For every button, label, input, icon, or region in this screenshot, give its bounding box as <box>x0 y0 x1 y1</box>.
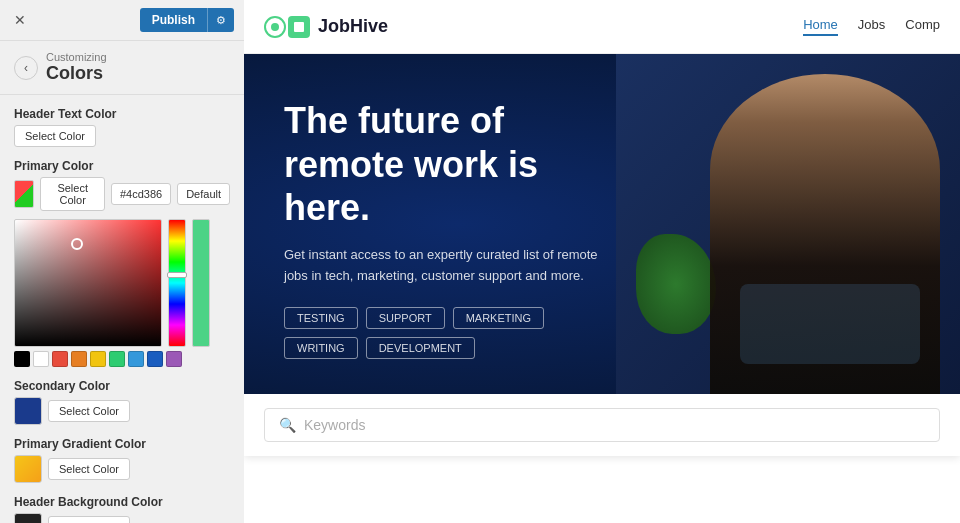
primary-color-select[interactable]: Select Color <box>40 177 104 211</box>
top-bar: ✕ Publish ⚙ <box>0 0 244 41</box>
header-bg-label: Header Background Color <box>14 495 230 509</box>
header-text-color-section: Header Text Color Select Color <box>14 107 230 147</box>
gradient-color-swatch <box>14 455 42 483</box>
nav-link-home[interactable]: Home <box>803 17 838 36</box>
laptop-glow <box>740 284 920 364</box>
selected-color-preview <box>192 219 210 347</box>
header-text-color-label: Header Text Color <box>14 107 230 121</box>
publish-gear-button[interactable]: ⚙ <box>207 8 234 32</box>
hue-bar[interactable] <box>168 219 186 347</box>
swatch-yellow[interactable] <box>90 351 106 367</box>
back-button[interactable]: ‹ <box>14 56 38 80</box>
primary-gradient-section: Primary Gradient Color Select Color <box>14 437 230 483</box>
customizer-panel: ✕ Publish ⚙ ‹ Customizing Colors Header … <box>0 0 244 523</box>
hero-content: The future of remote work is here. Get i… <box>244 54 638 394</box>
tag-writing[interactable]: WRITING <box>284 337 358 359</box>
color-gradient-box[interactable] <box>14 219 162 347</box>
header-bg-swatch <box>14 513 42 523</box>
publish-group: Publish ⚙ <box>140 8 234 32</box>
primary-gradient-label: Primary Gradient Color <box>14 437 230 451</box>
site-nav-links: Home Jobs Comp <box>803 17 940 36</box>
breadcrumb-sub: Customizing <box>46 51 107 63</box>
secondary-color-section: Secondary Color Select Color <box>14 379 230 425</box>
secondary-color-select[interactable]: Select Color <box>48 400 130 422</box>
primary-color-swatch <box>14 180 34 208</box>
hero-subtitle: Get instant access to an expertly curate… <box>284 245 598 287</box>
header-bg-section: Header Background Color Select Color <box>14 495 230 523</box>
color-picker-cursor[interactable] <box>71 238 83 250</box>
primary-color-row: Select Color #4cd386 Default <box>14 177 230 211</box>
swatch-darkblue[interactable] <box>147 351 163 367</box>
primary-default-button[interactable]: Default <box>177 183 230 205</box>
website-preview: JobHive Home Jobs Comp The future of rem… <box>244 0 960 523</box>
site-hero: The future of remote work is here. Get i… <box>244 54 960 394</box>
swatches-row <box>14 351 230 367</box>
site-search-bar: 🔍 Keywords <box>244 394 960 456</box>
secondary-color-swatch <box>14 397 42 425</box>
swatch-purple[interactable] <box>166 351 182 367</box>
breadcrumb-text: Customizing Colors <box>46 51 107 84</box>
breadcrumb: ‹ Customizing Colors <box>0 41 244 95</box>
top-bar-left: ✕ <box>10 10 30 30</box>
tag-marketing[interactable]: MARKETING <box>453 307 544 329</box>
primary-color-section: Primary Color Select Color #4cd386 Defau… <box>14 159 230 367</box>
site-logo: JobHive <box>264 16 388 38</box>
logo-circle-1 <box>264 16 286 38</box>
color-picker-wrapper <box>14 219 230 347</box>
hero-image-area <box>616 54 960 394</box>
gradient-color-select[interactable]: Select Color <box>48 458 130 480</box>
header-bg-select[interactable]: Select Color <box>48 516 130 523</box>
search-icon: 🔍 <box>279 417 296 433</box>
hero-tags: TESTING SUPPORT MARKETING WRITING DEVELO… <box>284 307 598 359</box>
swatch-orange[interactable] <box>71 351 87 367</box>
hero-title: The future of remote work is here. <box>284 99 598 229</box>
header-bg-row: Select Color <box>14 513 230 523</box>
tag-testing[interactable]: TESTING <box>284 307 358 329</box>
publish-button[interactable]: Publish <box>140 8 207 32</box>
hue-handle <box>167 272 187 278</box>
swatch-black[interactable] <box>14 351 30 367</box>
primary-hex-badge: #4cd386 <box>111 183 171 205</box>
site-logo-name: JobHive <box>318 16 388 37</box>
nav-link-jobs[interactable]: Jobs <box>858 17 885 36</box>
tag-development[interactable]: DEVELOPMENT <box>366 337 475 359</box>
swatch-red[interactable] <box>52 351 68 367</box>
logo-icon <box>271 23 279 31</box>
logo-square <box>288 16 310 38</box>
search-placeholder: Keywords <box>304 417 365 433</box>
search-input-wrap[interactable]: 🔍 Keywords <box>264 408 940 442</box>
logo-square-inner <box>294 22 304 32</box>
swatch-blue[interactable] <box>128 351 144 367</box>
header-text-color-select[interactable]: Select Color <box>14 125 96 147</box>
secondary-color-row: Select Color <box>14 397 230 425</box>
panel-content: Header Text Color Select Color Primary C… <box>0 95 244 523</box>
nav-link-comp[interactable]: Comp <box>905 17 940 36</box>
secondary-color-label: Secondary Color <box>14 379 230 393</box>
close-button[interactable]: ✕ <box>10 10 30 30</box>
tag-support[interactable]: SUPPORT <box>366 307 445 329</box>
primary-color-label: Primary Color <box>14 159 230 173</box>
swatch-green[interactable] <box>109 351 125 367</box>
breadcrumb-title: Colors <box>46 63 107 84</box>
swatch-white[interactable] <box>33 351 49 367</box>
primary-gradient-row: Select Color <box>14 455 230 483</box>
site-nav: JobHive Home Jobs Comp <box>244 0 960 54</box>
logo-icons <box>264 16 310 38</box>
